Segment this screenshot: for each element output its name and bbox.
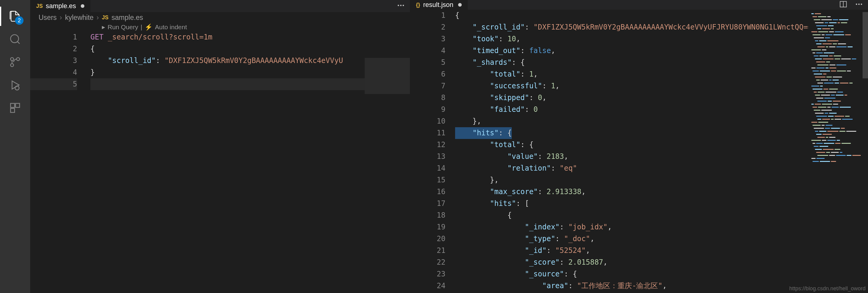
svg-point-2 xyxy=(17,58,20,61)
tab-result-json[interactable]: {} result.json xyxy=(410,0,468,10)
svg-point-3 xyxy=(10,64,13,67)
tab-filename: sample.es xyxy=(46,2,76,10)
codelens: ▶ Run Query | ⚡Auto indent xyxy=(30,23,410,31)
activity-bar: 2 xyxy=(0,0,30,293)
json-file-icon: {} xyxy=(416,2,420,8)
minimap[interactable] xyxy=(808,12,863,293)
extensions-icon[interactable] xyxy=(8,101,22,115)
play-icon: ▶ xyxy=(102,25,105,30)
svg-point-11 xyxy=(400,5,402,6)
code-area[interactable]: GET _search/scroll?scroll=1m{ "scroll_id… xyxy=(90,31,410,293)
scrollbar[interactable] xyxy=(863,12,868,293)
svg-point-0 xyxy=(10,35,19,43)
source-control-icon[interactable] xyxy=(8,55,22,69)
run-debug-icon[interactable] xyxy=(8,78,22,92)
svg-point-17 xyxy=(861,4,862,5)
minimap-content xyxy=(808,12,863,165)
breadcrumb-item[interactable]: Users xyxy=(38,13,57,22)
dirty-indicator xyxy=(458,3,462,7)
scroll-thumb[interactable] xyxy=(863,12,868,78)
line-gutter: 1234567891011121314151617181920212223242… xyxy=(410,10,455,293)
svg-rect-7 xyxy=(10,104,14,107)
tab-bar-left: JS sample.es xyxy=(30,0,410,12)
chevron-right-icon: › xyxy=(96,13,99,22)
svg-point-10 xyxy=(398,5,399,6)
line-gutter: 12345 xyxy=(30,31,90,293)
explorer-badge: 2 xyxy=(15,16,24,25)
js-file-icon: JS xyxy=(36,3,43,9)
svg-point-16 xyxy=(858,4,860,5)
breadcrumb[interactable]: Users › kylewhite › JS sample.es xyxy=(30,12,410,23)
svg-point-4 xyxy=(10,58,13,61)
editor-body-left[interactable]: 12345 GET _search/scroll?scroll=1m{ "scr… xyxy=(30,31,410,293)
svg-line-1 xyxy=(18,41,20,44)
breadcrumb-item[interactable]: sample.es xyxy=(112,13,143,22)
chevron-right-icon: › xyxy=(60,13,62,22)
svg-point-12 xyxy=(403,5,404,6)
js-file-icon: JS xyxy=(102,14,108,21)
codelens-sep: | xyxy=(141,24,142,31)
editor-group-left: JS sample.es Users › kylewhite › JS samp… xyxy=(30,0,410,293)
svg-rect-8 xyxy=(16,104,20,107)
editor-group-right: {} result.json 1234567891011121314151617… xyxy=(410,0,868,293)
more-actions-icon[interactable] xyxy=(397,1,405,11)
tab-sample-es[interactable]: JS sample.es xyxy=(30,0,91,12)
run-query-link[interactable]: Run Query xyxy=(107,24,138,31)
explorer-icon[interactable]: 2 xyxy=(8,9,22,24)
editor-body-right[interactable]: 1234567891011121314151617181920212223242… xyxy=(410,10,868,293)
minimap[interactable] xyxy=(365,58,410,293)
more-actions-icon[interactable] xyxy=(855,0,863,10)
svg-marker-5 xyxy=(12,81,19,89)
search-icon[interactable] xyxy=(8,32,22,47)
svg-point-15 xyxy=(856,4,858,5)
auto-indent-link[interactable]: Auto indent xyxy=(155,24,187,31)
tab-bar-right: {} result.json xyxy=(410,0,868,10)
svg-rect-9 xyxy=(10,109,14,112)
minimap-viewport[interactable] xyxy=(365,58,410,94)
bolt-icon: ⚡ xyxy=(145,24,153,31)
watermark: https://blog.csdn.net/hell_oword xyxy=(789,286,866,292)
breadcrumb-item[interactable]: kylewhite xyxy=(65,13,94,22)
dirty-indicator xyxy=(81,4,84,8)
tab-filename: result.json xyxy=(423,1,453,9)
split-editor-icon[interactable] xyxy=(839,0,847,10)
code-area[interactable]: { "_scroll_id": "DXF1ZXJ5QW5kRmV0Y2gBAAA… xyxy=(455,10,868,293)
